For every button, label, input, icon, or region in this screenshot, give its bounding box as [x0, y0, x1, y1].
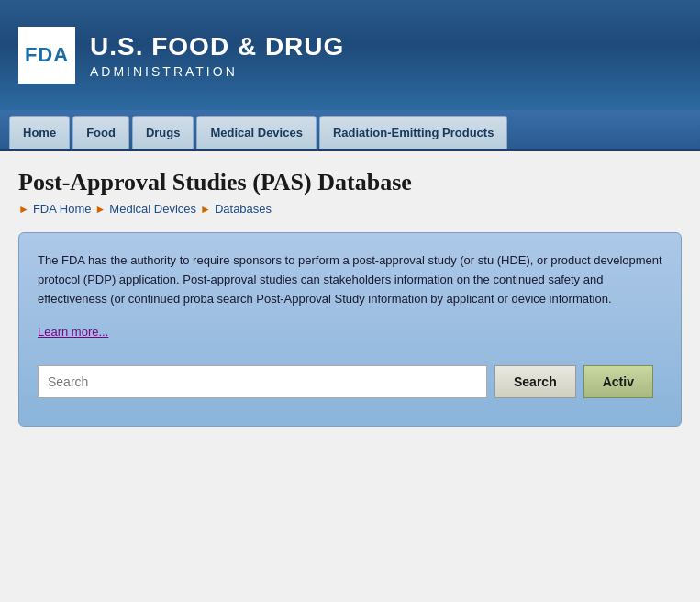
breadcrumb-arrow-3: ►	[200, 203, 211, 216]
active-button[interactable]: Activ	[583, 365, 653, 398]
fda-logo-text: FDA	[25, 43, 69, 67]
page-content: Post-Approval Studies (PAS) Database ► F…	[0, 150, 700, 602]
nav-tab-radiation[interactable]: Radiation-Emitting Products	[319, 116, 508, 149]
nav-tab-drugs[interactable]: Drugs	[132, 116, 194, 149]
breadcrumb-arrow-1: ►	[18, 203, 29, 216]
learn-more-link[interactable]: Learn more...	[38, 325, 108, 339]
breadcrumb: ► FDA Home ► Medical Devices ► Databases	[18, 202, 682, 216]
search-button[interactable]: Search	[494, 365, 576, 398]
breadcrumb-arrow-2: ►	[94, 203, 106, 216]
info-description: The FDA has the authority to require spo…	[38, 251, 662, 308]
info-box: The FDA has the authority to require spo…	[18, 232, 682, 427]
main-nav: Home Food Drugs Medical Devices Radiatio…	[0, 110, 700, 150]
search-area: Search Activ	[38, 365, 662, 407]
nav-tab-medical-devices[interactable]: Medical Devices	[196, 116, 316, 149]
breadcrumb-fda-home[interactable]: FDA Home	[33, 202, 92, 216]
site-header: FDA U.S. FOOD & DRUG ADMINISTRATION	[0, 0, 700, 110]
nav-tab-home[interactable]: Home	[9, 116, 70, 149]
breadcrumb-medical-devices[interactable]: Medical Devices	[109, 202, 196, 216]
fda-logo: FDA	[18, 27, 75, 84]
page-title: Post-Approval Studies (PAS) Database	[18, 169, 682, 196]
search-input[interactable]	[38, 365, 487, 398]
site-name-sub: ADMINISTRATION	[90, 64, 344, 79]
site-name-main: U.S. FOOD & DRUG	[90, 31, 344, 62]
nav-tab-food[interactable]: Food	[72, 116, 129, 149]
breadcrumb-databases[interactable]: Databases	[215, 202, 272, 216]
header-title-block: U.S. FOOD & DRUG ADMINISTRATION	[90, 31, 344, 79]
